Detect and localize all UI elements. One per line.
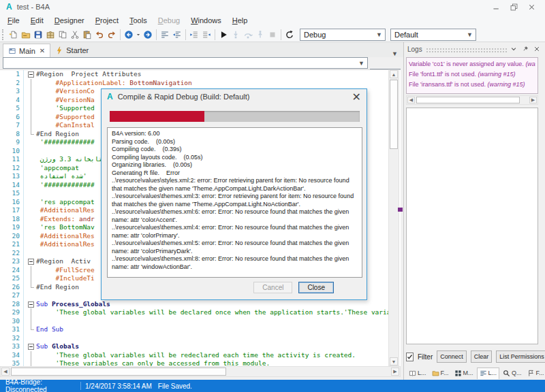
gutter-edge — [23, 249, 25, 258]
code-token: #Region Activ — [36, 257, 91, 265]
code-line[interactable]: 31End Sub — [0, 325, 401, 334]
warning-entry[interactable]: Variable 'co1' is never assigned any val… — [409, 59, 535, 69]
undo-icon[interactable] — [93, 29, 106, 41]
redo-icon[interactable] — [106, 29, 118, 41]
bridge-status: B4A-Bridge: Disconnected — [0, 378, 76, 392]
menu-item-windows[interactable]: Windows — [185, 15, 227, 26]
warning-entry[interactable]: File 'iransans.ttf' is not used. (warnin… — [409, 80, 535, 90]
panel-tab-quick-search[interactable]: Q... — [501, 368, 524, 378]
copy-icon[interactable] — [57, 29, 69, 41]
scroll-right-icon[interactable]: ▶ — [529, 97, 537, 103]
panel-tab-libraries[interactable]: L... — [407, 368, 429, 378]
title-bar: A test - B4A — [0, 0, 545, 14]
code-line[interactable]: 2 #ApplicationLabel: BottomNavigation — [0, 79, 401, 88]
document-tabs: Main✕Starter — [3, 42, 93, 57]
run-icon[interactable] — [217, 29, 230, 41]
logs-panel-header[interactable]: Logs — [404, 42, 545, 56]
close-icon[interactable]: ✕ — [40, 47, 45, 54]
minimize-icon[interactable] — [490, 2, 501, 12]
fold-toggle-icon[interactable] — [27, 300, 36, 309]
package-icon[interactable] — [44, 29, 57, 41]
menu-item-designer[interactable]: Designer — [49, 15, 90, 26]
panel-tab-logs[interactable]: L... — [477, 368, 500, 379]
outdent-icon[interactable] — [200, 29, 213, 41]
open-project-icon[interactable] — [20, 29, 32, 41]
close-button[interactable]: Close — [298, 282, 334, 293]
horizontal-scrollbar[interactable]: ◀ ▶ — [0, 366, 401, 377]
compile-log-output: B4A version: 6.00Parsing code. (0.00s)Co… — [107, 127, 362, 278]
fold-toggle-icon[interactable] — [27, 342, 36, 351]
chevron-down-icon[interactable] — [509, 44, 518, 54]
paste-icon[interactable] — [81, 29, 93, 41]
fold-margin — [27, 249, 36, 258]
code-token: #ApplicationLabel: — [56, 79, 126, 86]
save-icon[interactable] — [32, 29, 44, 41]
warnings-scroll-thumb[interactable] — [416, 97, 520, 103]
code-token: Process_Globals — [52, 300, 110, 308]
close-icon[interactable]: ✕ — [352, 91, 361, 103]
navigate-forward-icon[interactable] — [142, 29, 154, 41]
close-icon[interactable] — [532, 44, 542, 54]
restore-icon[interactable] — [508, 2, 519, 12]
menu-item-edit[interactable]: Edit — [25, 15, 49, 26]
comment-icon[interactable] — [159, 29, 171, 41]
menu-item-tools[interactable]: Tools — [124, 15, 153, 26]
code-line[interactable]: 34 'These global variables will be redec… — [0, 351, 401, 360]
build-config-select[interactable]: Debug ▼ — [300, 29, 386, 41]
clear-button[interactable]: Clear — [471, 350, 493, 363]
panel-tab-files[interactable]: F... — [430, 368, 451, 378]
scroll-down-icon[interactable]: ▼ — [390, 357, 398, 365]
dialog-title-bar[interactable]: A Compile & Rapid Debug (Build: Default)… — [102, 89, 367, 104]
logs-panel: Logs Variable 'co1' is never assigned an… — [403, 42, 545, 380]
scroll-up-icon[interactable]: ▲ — [390, 70, 398, 78]
menu-item-help[interactable]: Help — [227, 15, 253, 26]
code-line[interactable]: 28Sub Process_Globals — [0, 300, 401, 309]
line-number: 9 — [0, 138, 23, 147]
menu-item-project[interactable]: Project — [90, 15, 124, 26]
connect-button[interactable]: Connect — [437, 350, 467, 363]
horizontal-scroll-thumb[interactable] — [11, 368, 226, 376]
indent-icon[interactable] — [188, 29, 200, 41]
dropdown-caret-icon[interactable] — [135, 29, 142, 41]
fold-toggle-icon[interactable] — [27, 70, 36, 79]
vertical-scrollbar[interactable]: ▲ ▼ — [388, 69, 399, 366]
fold-margin — [27, 79, 36, 88]
code-line[interactable]: 32 — [0, 334, 401, 343]
code-line[interactable]: 33Sub Globals — [0, 342, 401, 351]
menu-item-file[interactable]: File — [2, 15, 25, 26]
cut-icon[interactable] — [69, 29, 81, 41]
line-number: 23 — [0, 257, 23, 266]
error-annotation-marker[interactable] — [398, 208, 403, 212]
warning-entry[interactable]: File 'font1.ttf' is not used. (warning #… — [409, 69, 535, 80]
build-profile-select[interactable]: Default ▼ — [390, 29, 476, 41]
tab-main[interactable]: Main✕ — [3, 44, 50, 57]
uncomment-icon[interactable] — [171, 29, 183, 41]
member-navigator-select[interactable]: ▼ — [3, 57, 368, 69]
code-line[interactable]: 29 'These global variables will be decla… — [0, 308, 401, 317]
code-line[interactable]: 35 'These variables can only be accessed… — [0, 359, 401, 366]
warning-text: Variable 'co1' is never assigned any val… — [409, 61, 525, 67]
list-permissions-button[interactable]: List Permissions — [496, 350, 545, 363]
scroll-right-icon[interactable]: ▶ — [391, 368, 399, 376]
filter-checkbox[interactable] — [406, 353, 414, 361]
compile-log-line: ..\resource\values\themes.xml:8: error: … — [112, 255, 358, 271]
warnings-scrollbar[interactable]: ◀ ▶ — [406, 95, 538, 105]
new-file-icon[interactable] — [7, 29, 20, 41]
rebuild-icon[interactable] — [283, 29, 296, 41]
log-output-area[interactable] — [406, 108, 538, 344]
panel-tab-find[interactable]: F... — [525, 368, 545, 378]
warnings-list[interactable]: Variable 'co1' is never assigned any val… — [406, 57, 538, 94]
close-icon[interactable] — [526, 2, 537, 12]
code-line[interactable]: 30 — [0, 317, 401, 326]
panel-tab-modules[interactable]: M... — [452, 368, 476, 378]
line-number: 19 — [0, 223, 23, 232]
scroll-left-icon[interactable]: ◀ — [1, 368, 10, 376]
code-line[interactable]: 1#Region Project Attributes — [0, 70, 401, 79]
scroll-left-icon[interactable]: ◀ — [407, 97, 415, 103]
tab-starter[interactable]: Starter — [50, 44, 93, 57]
pin-icon[interactable] — [520, 44, 530, 54]
tab-list-chevron-icon[interactable]: ▼ — [392, 50, 403, 57]
vertical-scroll-thumb[interactable] — [390, 80, 398, 149]
navigate-back-icon[interactable] — [123, 29, 135, 41]
fold-toggle-icon[interactable] — [27, 257, 36, 266]
